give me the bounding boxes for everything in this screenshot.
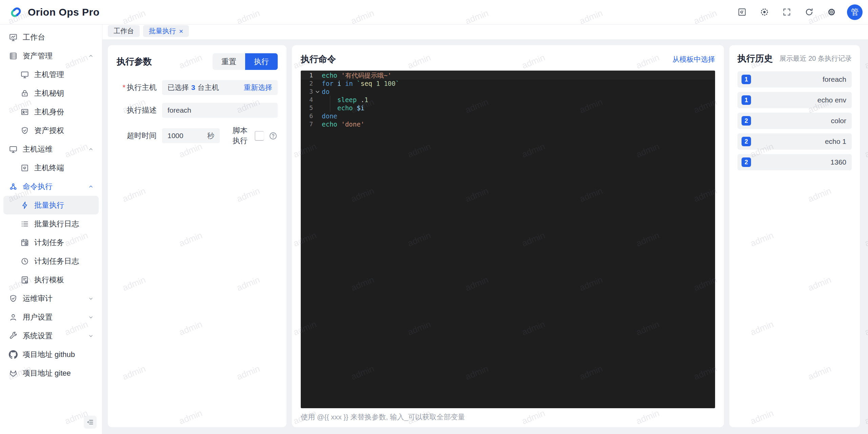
sidebar-item-label: 批量执行日志 [34,219,79,229]
editor-line-5[interactable]: 5 echo $i [301,104,715,112]
editor-line-4[interactable]: 4 sleep .1 [301,96,715,104]
editor-line-6[interactable]: 6done [301,112,715,120]
sidebar-item-项目地址 github[interactable]: 项目地址 github [0,345,102,364]
content-area: 执行参数 重置 执行 *执行主机 已选择3台主机 重新选择 执行描述 forea… [102,39,868,434]
host-count-badge: 2 [742,157,751,167]
sidebar-item-资产管理[interactable]: 资产管理 [0,46,102,65]
editor-line-7[interactable]: 7echo 'done' [301,120,715,128]
timeout-unit: 秒 [207,131,214,140]
sidebar-item-label: 系统设置 [23,331,53,341]
clock-icon [20,257,29,266]
sidebar-item-工作台[interactable]: 工作台 [0,28,102,46]
fold-gutter [313,104,322,112]
fold-gutter [313,71,322,79]
sidebar-item-计划任务[interactable]: 计划任务 [0,233,102,252]
sidebar-item-批量执行[interactable]: 批量执行 [3,196,99,214]
sidebar-item-主机运维[interactable]: 主机运维 [0,140,102,158]
timeout-input[interactable]: 1000 秒 [162,128,220,143]
choose-template-link[interactable]: 从模板中选择 [672,55,715,64]
code-text: echo $i [322,104,364,112]
host-count: 3 [191,83,195,91]
calendar-clock-icon [20,238,29,247]
settings-gear-icon[interactable] [825,5,838,19]
sidebar-item-命令执行[interactable]: 命令执行 [0,177,102,196]
sidebar-item-系统设置[interactable]: 系统设置 [0,326,102,345]
server-stack-icon [9,52,18,60]
host-select-field[interactable]: 已选择3台主机 重新选择 [162,80,278,95]
tab-close-icon[interactable]: × [179,27,183,35]
line-number: 1 [301,71,313,79]
sidebar-item-主机管理[interactable]: 主机管理 [0,65,102,84]
shield-check-icon [9,294,18,303]
code-editor[interactable]: 1echo '有代码提示哦~'2for i in `seq 1 100`3do4… [301,71,715,408]
chevron-up-icon [88,146,94,152]
code-text: for i in `seq 1 100` [322,79,399,88]
fold-gutter [313,79,322,88]
reselect-hosts-link[interactable]: 重新选择 [244,83,272,92]
history-item[interactable]: 21360 [737,154,852,170]
theme-sun-icon[interactable] [757,5,771,19]
history-item[interactable]: 1echo env [737,92,852,108]
run-button[interactable]: 执行 [245,53,278,70]
main-area: 工作台批量执行× 执行参数 重置 执行 *执行主机 已选择3台主机 重新选择 [102,24,868,434]
sidebar-item-项目地址 gitee[interactable]: 项目地址 gitee [0,364,102,382]
toggle-knob [255,132,264,140]
fold-chevron-icon[interactable] [313,88,322,96]
collapse-sidebar-icon [86,418,94,426]
tab-label: 批量执行 [149,26,176,36]
sidebar-item-label: 批量执行 [34,200,64,210]
dashboard-monitor-icon [9,33,18,42]
collapse-sidebar-button[interactable] [84,416,97,429]
refresh-icon[interactable] [802,5,816,19]
indent-guide [330,96,330,104]
command-panel-title: 执行命令 [301,53,336,65]
tab-label: 工作台 [114,26,134,36]
sidebar-item-label: 运维审计 [23,294,53,304]
history-item[interactable]: 1foreach [737,71,852,88]
history-item[interactable]: 2color [737,113,852,129]
history-item-name: 1360 [751,158,852,166]
app-logo[interactable]: Orion Ops Pro [0,5,100,19]
help-question-icon[interactable] [269,131,278,140]
line-number: 6 [301,112,313,120]
editor-line-2[interactable]: 2for i in `seq 1 100` [301,79,715,88]
desc-input[interactable]: foreach [162,103,278,118]
tab-batch-exec[interactable]: 批量执行× [143,25,189,37]
history-item[interactable]: 2echo 1 [737,133,852,150]
line-number: 5 [301,104,313,112]
sidebar-item-主机秘钥[interactable]: 主机秘钥 [0,84,102,102]
editor-line-1[interactable]: 1echo '有代码提示哦~' [301,71,715,79]
tab-workbench[interactable]: 工作台 [108,25,140,37]
sidebar-item-label: 执行模板 [34,275,64,285]
editor-line-3[interactable]: 3do [301,88,715,96]
sidebar-item-资产授权[interactable]: 资产授权 [0,121,102,140]
script-exec-toggle[interactable] [255,131,264,141]
sidebar-item-计划任务日志[interactable]: 计划任务日志 [0,252,102,270]
app-title: Orion Ops Pro [28,6,100,18]
user-avatar[interactable]: 管 [847,4,863,20]
indent-guide [330,104,330,112]
reset-button[interactable]: 重置 [213,53,245,70]
sidebar-item-label: 项目地址 gitee [23,368,71,378]
sidebar-item-运维审计[interactable]: 运维审计 [0,289,102,308]
fold-gutter [313,96,322,104]
sidebar-item-主机身份[interactable]: 主机身份 [0,102,102,121]
sidebar-item-执行模板[interactable]: 执行模板 [0,270,102,289]
app-header: Orion Ops Pro 管 [0,0,868,24]
sidebar-item-label: 资产授权 [34,126,64,136]
params-panel-title: 执行参数 [117,56,152,68]
history-item-name: echo 1 [751,137,852,146]
sidebar-item-label: 主机运维 [23,144,53,154]
execution-command-panel: 执行命令 从模板中选择 1echo '有代码提示哦~'2for i in `se… [292,45,724,427]
sidebar-item-label: 计划任务 [34,238,64,248]
execution-params-panel: 执行参数 重置 执行 *执行主机 已选择3台主机 重新选择 执行描述 forea… [108,45,287,427]
sidebar-item-用户设置[interactable]: 用户设置 [0,308,102,326]
sidebar-item-主机终端[interactable]: 主机终端 [0,158,102,177]
monitor-icon [20,70,29,79]
history-item-name: color [751,117,852,125]
execution-history-panel: 执行历史 展示最近 20 条执行记录 1foreach1echo env2col… [729,45,860,427]
history-item-name: foreach [751,75,852,83]
code-window-icon[interactable] [735,5,749,19]
fullscreen-icon[interactable] [780,5,793,19]
sidebar-item-批量执行日志[interactable]: 批量执行日志 [0,214,102,233]
